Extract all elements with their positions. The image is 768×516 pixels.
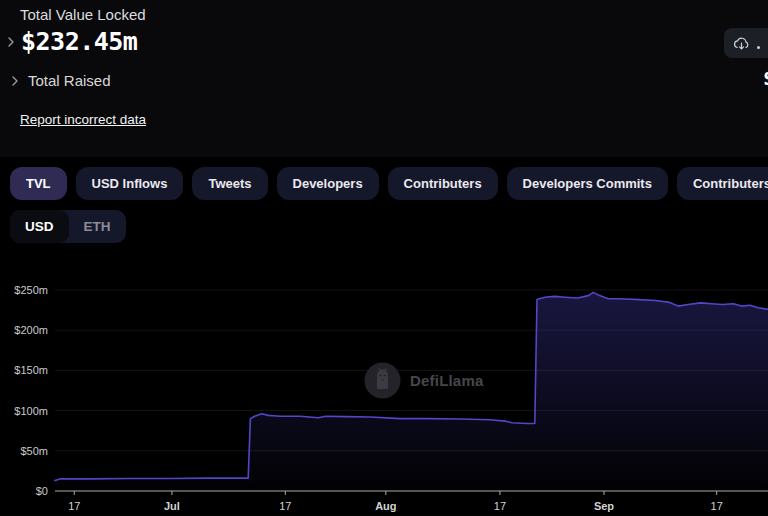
- denomination-toggle: USD ETH: [10, 210, 126, 243]
- stats-panel: Total Value Locked $232.45m Total Raised…: [0, 0, 768, 157]
- svg-text:17: 17: [279, 500, 291, 512]
- svg-text:Aug: Aug: [375, 500, 396, 512]
- chevron-right-icon[interactable]: [4, 35, 18, 49]
- svg-text:17: 17: [711, 500, 723, 512]
- svg-text:$0: $0: [36, 485, 48, 497]
- chart-tabs: TVL USD Inflows Tweets Developers Contri…: [10, 167, 768, 200]
- tab-developers-commits[interactable]: Developers Commits: [507, 167, 668, 200]
- tvl-value: $232.45m: [21, 27, 137, 56]
- svg-text:$250m: $250m: [14, 284, 48, 296]
- camera-icon-partial[interactable]: [757, 46, 760, 49]
- tvl-area-chart[interactable]: $250m$200m$150m$100m$50m$017Jul17Aug17Se…: [0, 258, 768, 516]
- tab-tvl[interactable]: TVL: [10, 167, 67, 200]
- tab-contributers-commits[interactable]: Contributers Commits: [677, 167, 768, 200]
- total-raised-value-clipped: $: [763, 66, 768, 90]
- svg-text:$100m: $100m: [14, 405, 48, 417]
- download-cloud-icon[interactable]: [733, 36, 750, 51]
- tvl-label: Total Value Locked: [20, 6, 146, 23]
- tab-developers[interactable]: Developers: [277, 167, 379, 200]
- toggle-usd[interactable]: USD: [10, 210, 69, 243]
- report-incorrect-data-link[interactable]: Report incorrect data: [20, 112, 146, 127]
- tab-contributers[interactable]: Contributers: [388, 167, 498, 200]
- total-raised-label: Total Raised: [28, 72, 111, 89]
- tab-tweets[interactable]: Tweets: [192, 167, 267, 200]
- svg-text:17: 17: [68, 500, 80, 512]
- tvl-chart[interactable]: $250m$200m$150m$100m$50m$017Jul17Aug17Se…: [0, 258, 768, 516]
- tab-usd-inflows[interactable]: USD Inflows: [76, 167, 184, 200]
- svg-text:$200m: $200m: [14, 324, 48, 336]
- toggle-eth[interactable]: ETH: [69, 210, 126, 243]
- svg-text:$50m: $50m: [20, 445, 48, 457]
- svg-text:Sep: Sep: [594, 500, 614, 512]
- svg-text:17: 17: [494, 500, 506, 512]
- svg-text:$150m: $150m: [14, 364, 48, 376]
- chevron-right-icon[interactable]: [8, 74, 22, 88]
- chart-actions: [724, 28, 768, 58]
- svg-text:Jul: Jul: [164, 500, 180, 512]
